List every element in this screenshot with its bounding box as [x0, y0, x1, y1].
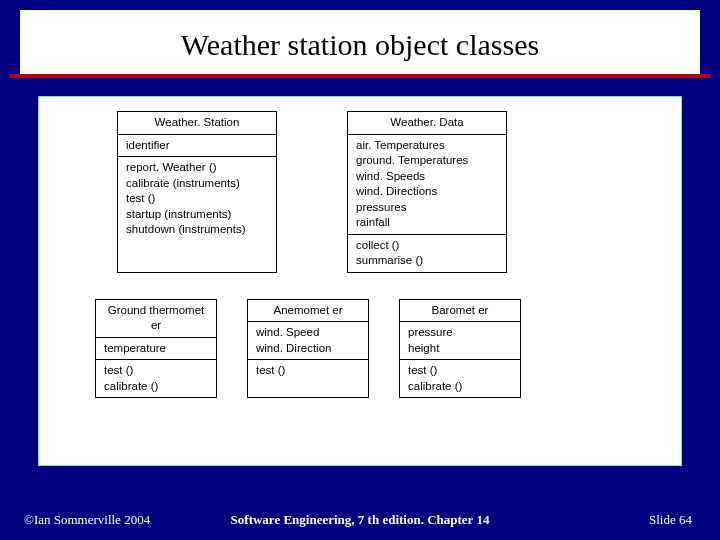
class-attrs: pressure height	[400, 322, 520, 360]
class-name: Ground thermomet er	[96, 300, 216, 338]
attr: air. Temperatures	[356, 138, 498, 154]
class-attrs: air. Temperatures ground. Temperatures w…	[348, 135, 506, 235]
op: test ()	[256, 363, 360, 379]
op: calibrate (instruments)	[126, 176, 268, 192]
op: calibrate ()	[104, 379, 208, 395]
attr: identifier	[126, 138, 268, 154]
attr: pressure	[408, 325, 512, 341]
class-ground-thermometer: Ground thermomet er temperature test () …	[95, 299, 217, 399]
class-weather-station: Weather. Station identifier report. Weat…	[117, 111, 277, 273]
class-ops: test () calibrate ()	[400, 360, 520, 397]
footer-book-title: Software Engineering, 7 th edition. Chap…	[231, 512, 490, 528]
attr: temperature	[104, 341, 208, 357]
attr: pressures	[356, 200, 498, 216]
class-attrs: wind. Speed wind. Direction	[248, 322, 368, 360]
diagram-canvas: Weather. Station identifier report. Weat…	[38, 96, 682, 466]
class-name: Weather. Data	[348, 112, 506, 135]
attr: wind. Speed	[256, 325, 360, 341]
op: test ()	[104, 363, 208, 379]
class-ops: report. Weather () calibrate (instrument…	[118, 157, 276, 241]
op: report. Weather ()	[126, 160, 268, 176]
footer-slide-number: Slide 64	[649, 512, 692, 528]
op: summarise ()	[356, 253, 498, 269]
op: calibrate ()	[408, 379, 512, 395]
class-name: Weather. Station	[118, 112, 276, 135]
attr: wind. Direction	[256, 341, 360, 357]
footer-copyright: ©Ian Sommerville 2004	[24, 512, 150, 528]
class-attrs: identifier	[118, 135, 276, 158]
attr: ground. Temperatures	[356, 153, 498, 169]
class-anemometer: Anemomet er wind. Speed wind. Direction …	[247, 299, 369, 399]
attr: height	[408, 341, 512, 357]
class-ops: test ()	[248, 360, 368, 382]
slide-footer: ©Ian Sommerville 2004 Software Engineeri…	[0, 512, 720, 528]
class-ops: collect () summarise ()	[348, 235, 506, 272]
class-attrs: temperature	[96, 338, 216, 361]
class-name: Anemomet er	[248, 300, 368, 323]
op: collect ()	[356, 238, 498, 254]
class-weather-data: Weather. Data air. Temperatures ground. …	[347, 111, 507, 273]
attr: wind. Directions	[356, 184, 498, 200]
attr: wind. Speeds	[356, 169, 498, 185]
class-barometer: Baromet er pressure height test () calib…	[399, 299, 521, 399]
class-name: Baromet er	[400, 300, 520, 323]
class-ops: test () calibrate ()	[96, 360, 216, 397]
slide-title: Weather station object classes	[20, 10, 700, 74]
attr: rainfall	[356, 215, 498, 231]
op: test ()	[408, 363, 512, 379]
op: startup (instruments)	[126, 207, 268, 223]
title-divider	[10, 74, 710, 78]
op: test ()	[126, 191, 268, 207]
op: shutdown (instruments)	[126, 222, 268, 238]
